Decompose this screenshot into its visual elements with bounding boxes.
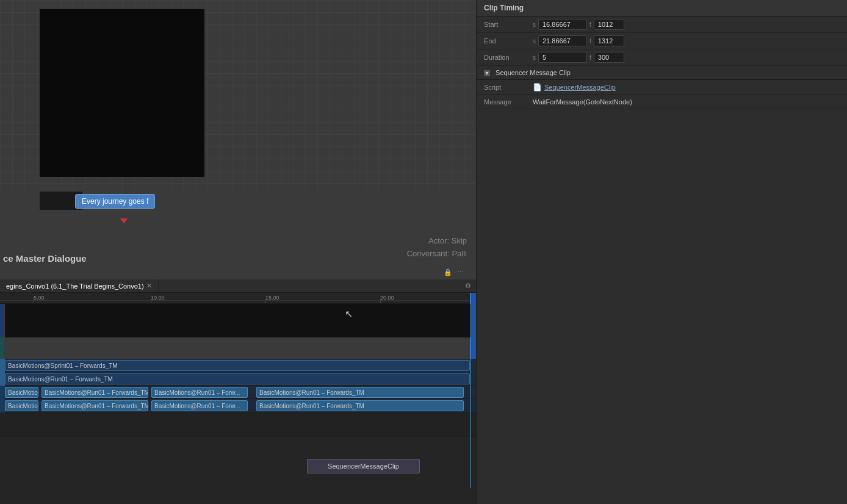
sub-track-row-1: BasicMotio... BasicMotions@Run01 – Forwa… [0,386,476,399]
end-f-label: f [589,38,591,45]
sub-clip-2c[interactable]: BasicMotions@Run01 – Forw... [151,400,248,411]
subtitle-arrow [120,218,128,223]
section-collapse-icon[interactable]: ▼ [484,70,490,76]
sequencer-section-title: Sequencer Message Clip [496,69,571,76]
tab-close[interactable]: ✕ [146,282,152,290]
actor-info: Actor: Skip Conversant: Palli [407,235,467,261]
ruler-container: 5.00 10.00 15.00 20.00 [0,293,476,303]
sub-clip-1b[interactable]: BasicMotions@Run01 – Forwards_TM [41,387,148,398]
conversant-line: Conversant: Palli [407,248,467,261]
start-f-value[interactable]: 1012 [594,19,624,30]
more-icon[interactable]: ⋯ [457,268,464,276]
sequencer-message-clip-bottom[interactable]: SequencerMessageClip [307,459,420,473]
sprint-clip[interactable]: BasicMotions@Sprint01 – Forwards_TM [5,360,470,371]
sub-track-indicator-2 [0,399,5,412]
subtitle-text: Every journey goes f [82,197,148,206]
script-label: Script [484,84,533,91]
sub-clip-1d[interactable]: BasicMotions@Run01 – Forwards_TM [256,387,464,398]
top-icons: 🔒 ⋯ [444,268,464,276]
playhead[interactable] [470,293,470,488]
sub-clip-1c[interactable]: BasicMotions@Run01 – Forw... [151,387,248,398]
blue-left-indicator [0,304,4,337]
start-f-label: f [589,21,591,28]
start-label: Start [484,21,533,28]
lock-icon[interactable]: 🔒 [444,268,452,276]
sub-track-indicator-1 [0,386,5,399]
blue-left-indicator2 [0,337,4,359]
sub-clip-2d[interactable]: BasicMotions@Run01 – Forwards_TM [256,400,464,411]
ruler-tick-5 [34,299,34,303]
sequence-title: ce Master Dialogue [3,253,87,264]
tab-row: egins_Convo1 (6.1_The Trial Begins_Convo… [0,279,476,293]
sub-clip-2b[interactable]: BasicMotions@Run01 – Forwards_TM [41,400,148,411]
duration-label: Duration [484,54,533,61]
sprint-track-row: BasicMotions@Sprint01 – Forwards_TM [0,359,476,372]
start-s-value[interactable]: 16.86667 [538,19,587,30]
tracks-area: BasicMotions@Sprint01 – Forwards_TM Basi… [0,359,476,504]
script-doc-icon: 📄 [533,83,542,92]
duration-f-value[interactable]: 300 [594,52,624,63]
ruler-tick-15 [265,299,266,303]
right-panel: Clip Timing Start s 16.86667 f 1012 End … [476,0,847,504]
end-f-value[interactable]: 1312 [594,35,624,46]
sequencer-clip-bottom-label: SequencerMessageClip [328,463,399,470]
end-row: End s 21.86667 f 1312 [477,33,847,49]
timeline-settings-icon[interactable]: ⚙ [460,281,476,291]
script-value[interactable]: SequencerMessageClip [544,84,616,91]
left-panel: Every journey goes f Actor: Skip Convers… [0,0,476,504]
sub-clip-2a[interactable]: BasicMotio... [5,400,38,411]
run-clip-label: BasicMotions@Run01 – Forwards_TM [8,376,113,383]
start-row: Start s 16.86667 f 1012 [477,16,847,33]
start-s-label: s [533,21,536,28]
cursor: ↖ [345,308,352,315]
sprint-clip-label: BasicMotions@Sprint01 – Forwards_TM [8,362,118,369]
run-track-indicator [0,372,5,386]
duration-s-value[interactable]: 5 [538,52,587,63]
sequencer-section-header: ▼ Sequencer Message Clip [477,66,847,80]
run-track-row: BasicMotions@Run01 – Forwards_TM [0,372,476,386]
end-label: End [484,37,533,45]
end-s-label: s [533,38,536,45]
actor-line: Actor: Skip [407,235,467,248]
message-value: WaitForMessage(GotoNextNode) [533,98,632,106]
sequence-tab[interactable]: egins_Convo1 (6.1_The Trial Begins_Convo… [0,279,159,292]
duration-s-label: s [533,54,536,61]
duration-f-label: f [589,54,591,61]
viewport [40,9,204,177]
ruler-tick-20 [380,299,381,303]
script-row: Script 📄 SequencerMessageClip [477,80,847,95]
duration-row: Duration s 5 f 300 [477,49,847,66]
timeline-black-bar [5,304,471,337]
timeline-ruler: 5.00 10.00 15.00 20.00 [0,293,476,304]
empty-track-row [0,412,476,437]
sprint-track-indicator [0,359,5,372]
sub-track-row-2: BasicMotio... BasicMotions@Run01 – Forwa… [0,399,476,412]
ruler-tick-10 [151,299,151,303]
tab-label: egins_Convo1 (6.1_The Trial Begins_Convo… [6,283,144,290]
empty-bottom [0,473,476,504]
message-row: Message WaitForMessage(GotoNextNode) [477,95,847,109]
sub-clip-1a[interactable]: BasicMotio... [5,387,38,398]
run-clip[interactable]: BasicMotions@Run01 – Forwards_TM [5,373,470,384]
end-s-value[interactable]: 21.86667 [538,35,587,46]
subtitle-bubble: Every journey goes f [75,194,155,209]
message-label: Message [484,98,533,106]
clip-timing-header: Clip Timing [477,0,847,16]
